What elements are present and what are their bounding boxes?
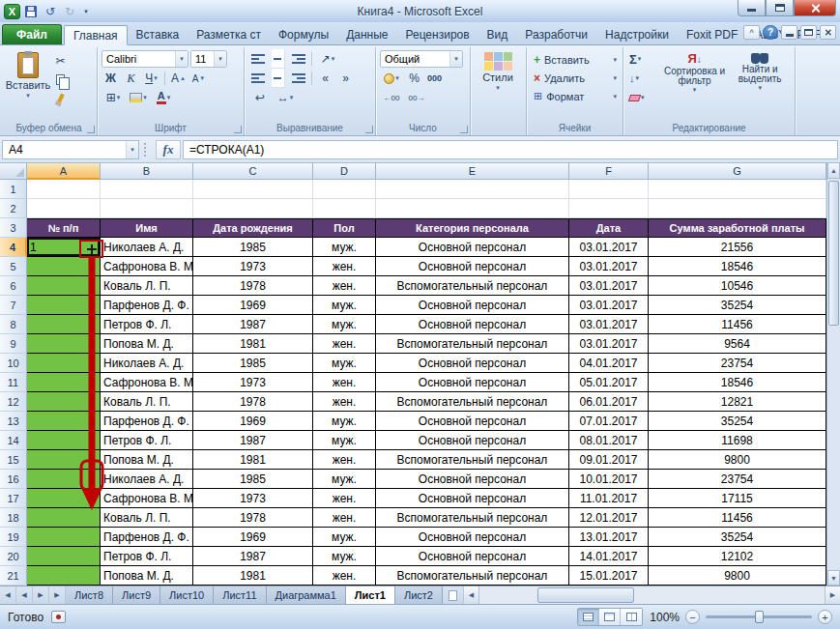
- percent-style-button[interactable]: %: [405, 70, 423, 87]
- cell-A12[interactable]: [27, 392, 101, 412]
- cell-F11[interactable]: 05.01.2017: [569, 373, 649, 392]
- paste-button[interactable]: Вставить ▾: [5, 50, 51, 106]
- cell-F21[interactable]: 15.01.2017: [569, 566, 649, 586]
- row-header-11[interactable]: 11: [0, 373, 27, 392]
- cell-C3[interactable]: Дата рождения: [193, 218, 313, 238]
- cell-A17[interactable]: [27, 489, 101, 508]
- fill-button[interactable]: ↓▾: [627, 70, 660, 87]
- underline-button[interactable]: Ч▾: [142, 70, 160, 87]
- cell-B6[interactable]: Коваль Л. П.: [101, 276, 193, 296]
- borders-button[interactable]: ⊞▾: [101, 89, 125, 106]
- cell-F10[interactable]: 04.01.2017: [569, 354, 649, 373]
- cell-E5[interactable]: Основной персонал: [376, 257, 569, 276]
- row-header-6[interactable]: 6: [0, 276, 27, 296]
- cell-C13[interactable]: 1969: [193, 412, 313, 431]
- formula-bar-grip[interactable]: [144, 143, 151, 157]
- row-header-15[interactable]: 15: [0, 450, 27, 470]
- qat-customize-button[interactable]: ▾: [80, 3, 92, 20]
- zoom-out-button[interactable]: −: [685, 610, 700, 624]
- workbook-minimize-button[interactable]: [781, 25, 797, 40]
- cell-F7[interactable]: 03.01.2017: [569, 296, 649, 315]
- excel-app-icon[interactable]: X: [4, 4, 20, 19]
- ribbon-tab[interactable]: Foxit PDF: [678, 24, 746, 44]
- cell-A19[interactable]: [27, 528, 101, 547]
- format-painter-button[interactable]: [51, 89, 70, 106]
- sort-filter-button[interactable]: Я↓ Сортировка и фильтр ▾: [663, 50, 727, 93]
- cell-E20[interactable]: Основной персонал: [376, 547, 569, 566]
- zoom-slider-thumb[interactable]: [755, 611, 764, 623]
- row-header-2[interactable]: 2: [0, 199, 27, 218]
- decrease-decimal-button[interactable]: 00→: [405, 89, 428, 106]
- horizontal-scrollbar[interactable]: ◀ ▶: [464, 586, 840, 604]
- cell-A6[interactable]: [27, 276, 101, 296]
- bold-button[interactable]: Ж: [101, 70, 120, 87]
- autosum-button[interactable]: Σ▾: [627, 50, 660, 68]
- align-top-button[interactable]: [248, 50, 267, 68]
- formula-input[interactable]: =СТРОКА(A1): [183, 140, 838, 159]
- cell-G20[interactable]: 12102: [649, 547, 826, 566]
- cell-styles-button[interactable]: Стили ▾: [475, 50, 521, 91]
- cell-G9[interactable]: 9564: [649, 334, 826, 354]
- row-header-4[interactable]: 4: [0, 238, 27, 257]
- scroll-track[interactable]: [634, 586, 825, 604]
- sheet-tab[interactable]: Лист9: [113, 586, 160, 604]
- comma-style-button[interactable]: 000: [425, 70, 444, 87]
- cell-C4[interactable]: 1985: [193, 238, 313, 257]
- cell-C20[interactable]: 1987: [193, 547, 313, 566]
- normal-view-button[interactable]: [578, 609, 599, 625]
- cell-A16[interactable]: [27, 470, 101, 489]
- cell-G13[interactable]: 35254: [649, 412, 826, 431]
- minimize-button[interactable]: [738, 0, 766, 16]
- cell-A9[interactable]: [27, 334, 101, 354]
- cell-D9[interactable]: жен.: [313, 334, 376, 354]
- cell-D16[interactable]: муж.: [313, 470, 376, 489]
- fill-color-button[interactable]: ▾: [127, 89, 150, 106]
- align-center-button[interactable]: [269, 70, 287, 87]
- vertical-scroll-thumb[interactable]: [828, 181, 839, 326]
- cell-D18[interactable]: жен.: [313, 508, 376, 528]
- font-size-select[interactable]: 11▾: [190, 50, 227, 68]
- sheet-tab[interactable]: Лист8: [66, 586, 113, 604]
- cell-C18[interactable]: 1978: [193, 508, 313, 528]
- cell-B20[interactable]: Петров Ф. Л.: [101, 547, 193, 566]
- collapse-ribbon-button[interactable]: ^: [743, 25, 760, 40]
- cell-A2[interactable]: [27, 199, 101, 218]
- cell-F14[interactable]: 08.01.2017: [569, 431, 649, 450]
- cell-B19[interactable]: Парфенов Д. Ф.: [101, 528, 193, 547]
- cell-C14[interactable]: 1987: [193, 431, 313, 450]
- page-break-view-button[interactable]: [621, 609, 642, 625]
- save-button[interactable]: [22, 3, 40, 20]
- row-header-9[interactable]: 9: [0, 334, 27, 354]
- cell-F15[interactable]: 09.01.2017: [569, 450, 649, 470]
- clear-button[interactable]: ▾: [627, 89, 660, 106]
- cell-A3[interactable]: № п/п: [27, 218, 101, 238]
- cell-A4[interactable]: 1: [27, 238, 101, 257]
- help-button[interactable]: ?: [763, 25, 778, 40]
- cell-F5[interactable]: 03.01.2017: [569, 257, 649, 276]
- cell-E15[interactable]: Вспомогательный персонал: [376, 450, 569, 470]
- cell-G15[interactable]: 9800: [649, 450, 826, 470]
- cell-A7[interactable]: [27, 296, 101, 315]
- cell-E17[interactable]: Основной персонал: [376, 489, 569, 508]
- font-dialog-launcher[interactable]: [234, 126, 242, 133]
- cell-C17[interactable]: 1973: [193, 489, 313, 508]
- row-header-16[interactable]: 16: [0, 470, 27, 489]
- insert-sheet-button[interactable]: [443, 586, 464, 604]
- cell-E8[interactable]: Основной персонал: [376, 315, 569, 334]
- row-header-7[interactable]: 7: [0, 296, 27, 315]
- cell-B7[interactable]: Парфенов Д. Ф.: [101, 296, 193, 315]
- cell-D20[interactable]: муж.: [313, 547, 376, 566]
- sheet-tab[interactable]: Лист11: [214, 586, 266, 604]
- cell-F19[interactable]: 13.01.2017: [569, 528, 649, 547]
- cell-C5[interactable]: 1973: [193, 257, 313, 276]
- cell-B17[interactable]: Сафронова В. М.: [101, 489, 193, 508]
- cell-D15[interactable]: жен.: [313, 450, 376, 470]
- cell-G17[interactable]: 17115: [649, 489, 826, 508]
- prev-sheet-button[interactable]: ◀: [16, 586, 33, 604]
- cell-F1[interactable]: [569, 180, 649, 199]
- cell-E9[interactable]: Вспомогательный персонал: [376, 334, 569, 354]
- cut-button[interactable]: ✂: [51, 52, 70, 70]
- cell-A1[interactable]: [27, 180, 101, 199]
- cell-B5[interactable]: Сафронова В. М.: [101, 257, 193, 276]
- row-header-8[interactable]: 8: [0, 315, 27, 334]
